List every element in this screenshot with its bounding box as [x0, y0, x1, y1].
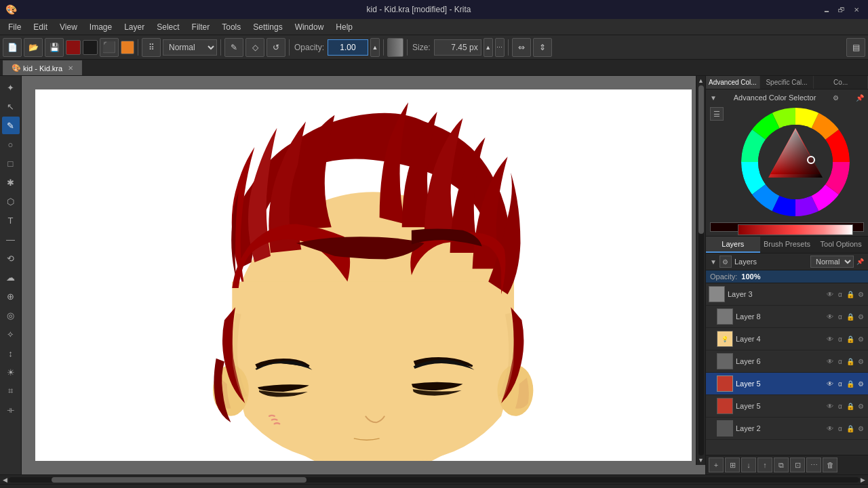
minimize-button[interactable]: 🗕	[821, 3, 833, 16]
layer-eye-icon[interactable]: 👁	[825, 289, 835, 299]
menu-item-window[interactable]: Window	[290, 21, 330, 33]
hscroll-right-btn[interactable]: ▶	[859, 476, 867, 483]
layer-gear-icon[interactable]: ⚙	[856, 289, 865, 299]
tool-circular-selection[interactable]: ◎	[2, 306, 20, 324]
color-selector-list-btn[interactable]: ☰	[710, 107, 724, 121]
drawing-canvas[interactable]	[35, 89, 692, 461]
layer-item[interactable]: Layer 3 👁 α 🔒 ⚙	[706, 283, 868, 306]
move-layer-up-btn[interactable]: ↑	[757, 458, 772, 472]
layer-lock-icon[interactable]: 🔒	[846, 334, 855, 344]
tool-multibrush[interactable]: ✱	[2, 174, 20, 191]
tool-transform[interactable]: ↖	[2, 98, 20, 115]
move-layer-down-btn[interactable]: ↓	[741, 458, 756, 472]
opacity-up-btn[interactable]: ▲	[370, 38, 380, 57]
brush-presets-tab[interactable]: Brush Presets	[760, 237, 814, 253]
hscroll-left-btn[interactable]: ◀	[1, 476, 9, 483]
menu-item-image[interactable]: Image	[84, 21, 117, 33]
layer-alpha-icon[interactable]: α	[835, 312, 845, 321]
menu-item-help[interactable]: Help	[330, 21, 358, 33]
layer-gear-icon[interactable]: ⚙	[856, 424, 865, 433]
layer-gear-icon[interactable]: ⚙	[856, 379, 865, 388]
tool-pointer[interactable]: ✦	[2, 79, 20, 96]
layer-gear-icon[interactable]: ⚙	[856, 401, 865, 411]
layer-lock-icon[interactable]: 🔒	[846, 312, 855, 321]
blend-mode-select[interactable]: Normal	[163, 39, 217, 56]
layer-alpha-icon[interactable]: α	[835, 357, 845, 366]
tool-polygon[interactable]: ⬡	[2, 192, 20, 210]
canvas-area[interactable]: ▲ ▼	[22, 76, 705, 474]
hscroll-thumb[interactable]	[52, 477, 307, 483]
layers-settings-btn[interactable]: ⚙	[719, 256, 732, 268]
tool-contiguous-fill[interactable]: ⟲	[2, 249, 20, 267]
save-button[interactable]: 💾	[45, 38, 64, 57]
advanced-color-tab[interactable]: Advanced Col...	[706, 76, 760, 89]
layer-item[interactable]: Layer 2 👁 α 🔒 ⚙	[706, 418, 868, 440]
foreground-color[interactable]	[66, 40, 81, 55]
tool-move[interactable]: ↕	[2, 344, 20, 362]
tool-warp[interactable]: ⟛	[2, 401, 20, 419]
canvas-content[interactable]	[35, 89, 692, 461]
menu-item-filter[interactable]: Filter	[186, 21, 216, 33]
tool-ellipse[interactable]: ○	[2, 136, 20, 153]
layer-item[interactable]: 💡 Layer 4 👁 α 🔒 ⚙	[706, 328, 868, 350]
layer-alpha-icon[interactable]: α	[835, 289, 845, 299]
more-layer-options-btn[interactable]: ⋯	[806, 458, 821, 472]
add-group-btn[interactable]: ⊞	[725, 458, 740, 472]
menu-item-view[interactable]: View	[54, 21, 83, 33]
layer-alpha-icon[interactable]: α	[835, 401, 845, 411]
tool-line[interactable]: —	[2, 230, 20, 248]
vertical-scrollbar[interactable]: ▲ ▼	[696, 76, 705, 465]
orange-color[interactable]	[121, 41, 134, 54]
brush-tool-btn[interactable]: ✎	[224, 38, 243, 57]
menu-item-edit[interactable]: Edit	[28, 21, 53, 33]
layer-lock-icon[interactable]: 🔒	[846, 401, 855, 411]
tab-close-btn[interactable]: ✕	[68, 64, 73, 72]
add-layer-btn[interactable]: +	[709, 458, 724, 472]
layer-gear-icon[interactable]: ⚙	[856, 357, 865, 366]
vscroll-down-btn[interactable]: ▼	[698, 457, 704, 464]
layer-eye-icon[interactable]: 👁	[825, 334, 835, 344]
menu-item-settings[interactable]: Settings	[248, 21, 288, 33]
layer-gear-icon[interactable]: ⚙	[856, 312, 865, 321]
brush-presets-btn[interactable]: ⠿	[142, 38, 161, 57]
background-color[interactable]	[83, 40, 98, 55]
layer-item[interactable]: Layer 5 👁 α 🔒 ⚙	[706, 395, 868, 418]
menu-item-file[interactable]: File	[3, 21, 26, 33]
tool-crop[interactable]: ⌗	[2, 382, 20, 400]
eraser-tool-btn[interactable]: ◇	[245, 38, 264, 57]
layer-eye-icon[interactable]: 👁	[825, 357, 835, 366]
horizontal-scrollbar[interactable]: ◀ ▶	[0, 474, 868, 484]
maximize-button[interactable]: 🗗	[835, 3, 848, 16]
menu-item-layer[interactable]: Layer	[119, 21, 150, 33]
color-gradient-bar[interactable]	[738, 224, 853, 235]
layers-panel-pin[interactable]: 📌	[856, 258, 864, 265]
size-more-btn[interactable]: ⋯	[495, 38, 505, 57]
layer-eye-icon[interactable]: 👁	[825, 379, 835, 388]
layer-lock-icon[interactable]: 🔒	[846, 379, 855, 388]
menu-item-tools[interactable]: Tools	[216, 21, 246, 33]
layers-tab[interactable]: Layers	[706, 237, 760, 253]
color-selector-mini[interactable]: ⬛	[100, 38, 119, 57]
new-button[interactable]: 📄	[3, 38, 22, 57]
panel-collapse-btn[interactable]: ▼	[710, 94, 717, 102]
open-button[interactable]: 📂	[24, 38, 43, 57]
layer-lock-icon[interactable]: 🔒	[846, 289, 855, 299]
layer-eye-icon[interactable]: 👁	[825, 424, 835, 433]
layer-alpha-icon[interactable]: α	[835, 334, 845, 344]
layers-panel-toggle[interactable]: ▼	[710, 258, 717, 266]
tool-zoom[interactable]: ⊕	[2, 287, 20, 305]
menu-item-select[interactable]: Select	[151, 21, 184, 33]
delete-layer-btn[interactable]: 🗑	[823, 458, 837, 472]
tool-text[interactable]: T	[2, 211, 20, 229]
tool-shape-fill[interactable]: ☁	[2, 268, 20, 286]
layer-alpha-icon[interactable]: α	[835, 379, 845, 388]
merge-layers-btn[interactable]: ⊡	[790, 458, 805, 472]
color-panel-pin-btn[interactable]: 📌	[856, 94, 864, 102]
mirror-h-btn[interactable]: ⇔	[512, 38, 531, 57]
co-tab[interactable]: Co...	[814, 76, 868, 89]
undo-btn[interactable]: ↺	[267, 38, 285, 57]
layer-item[interactable]: Layer 8 👁 α 🔒 ⚙	[706, 306, 868, 328]
layer-gear-icon[interactable]: ⚙	[856, 334, 865, 344]
color-panel-settings-btn[interactable]: ⚙	[833, 94, 839, 102]
size-up-btn[interactable]: ▲	[484, 38, 493, 57]
